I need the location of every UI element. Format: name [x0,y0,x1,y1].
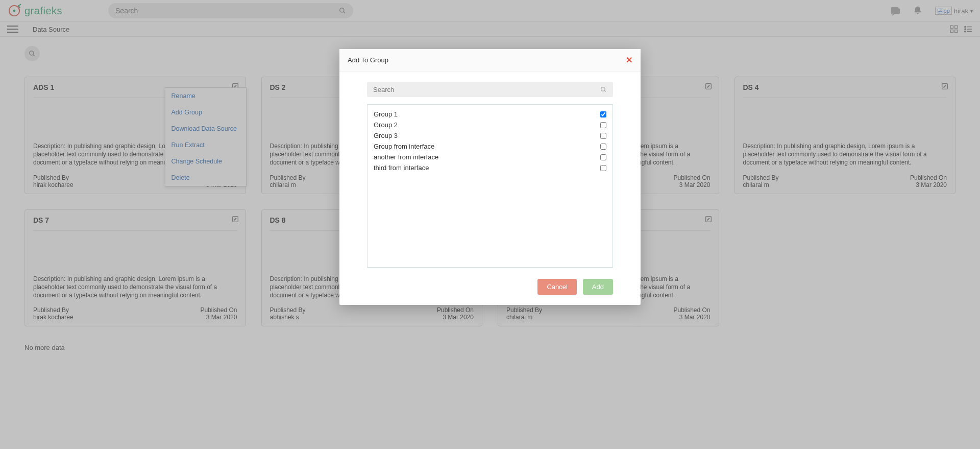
group-row[interactable]: Group 1 [373,109,607,120]
svg-point-24 [601,87,605,91]
group-checkbox[interactable] [600,133,606,139]
add-to-group-modal: Add To Group ✕ Group 1Group 2Group 3Grou… [339,49,641,305]
add-button[interactable]: Add [583,279,613,295]
group-row[interactable]: third from interface [373,162,607,173]
group-checkbox[interactable] [600,111,606,117]
group-list: Group 1Group 2Group 3Group from interfac… [367,104,613,268]
group-row[interactable]: Group from interface [373,141,607,152]
group-name: third from interface [374,164,429,172]
group-name: Group 1 [374,110,398,118]
group-checkbox[interactable] [600,122,606,128]
group-row[interactable]: Group 2 [373,120,607,130]
group-name: another from interface [374,153,438,161]
group-name: Group 2 [374,121,398,129]
group-name: Group from interface [374,143,434,150]
modal-search-input[interactable] [373,86,600,93]
svg-line-25 [604,90,606,92]
modal-title: Add To Group [348,56,388,64]
group-checkbox[interactable] [600,144,606,150]
group-checkbox[interactable] [600,154,606,160]
group-row[interactable]: another from interface [373,152,607,162]
modal-header: Add To Group ✕ [339,49,641,72]
group-name: Group 3 [374,132,398,139]
group-checkbox[interactable] [600,165,606,171]
group-row[interactable]: Group 3 [373,130,607,141]
modal-search[interactable] [367,82,613,97]
search-icon [600,86,607,93]
modal-close-icon[interactable]: ✕ [626,55,632,65]
modal-footer: Cancel Add [339,272,641,305]
cancel-button[interactable]: Cancel [537,279,576,295]
